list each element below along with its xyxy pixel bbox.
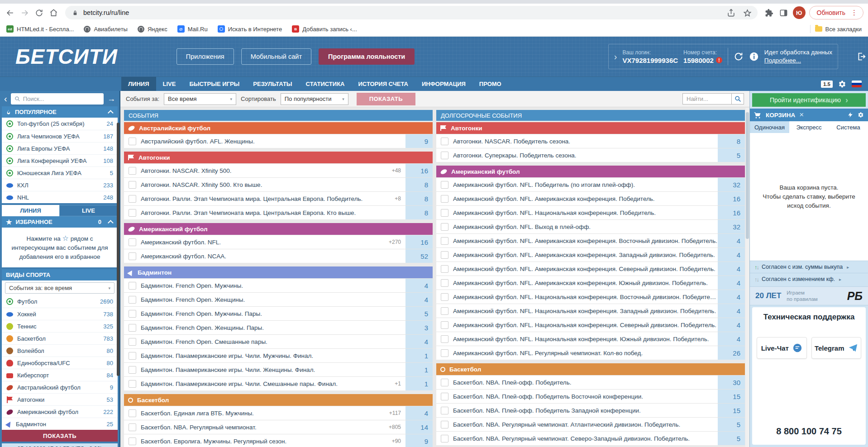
event-checkbox[interactable] xyxy=(129,324,136,332)
event-checkbox[interactable] xyxy=(129,423,136,431)
event-checkbox[interactable] xyxy=(441,251,448,259)
event-checkbox[interactable] xyxy=(129,138,136,145)
event-checkbox[interactable] xyxy=(129,437,136,445)
reload-icon[interactable] xyxy=(33,7,44,18)
sidebar-tab-live[interactable]: LIVE xyxy=(59,205,118,216)
address-bar[interactable]: betcity.ru/ru/line xyxy=(65,6,758,19)
sidebar-tab-линия[interactable]: ЛИНИЯ xyxy=(2,205,59,216)
event-checkbox[interactable] xyxy=(441,279,448,287)
search-input[interactable]: Поиск... xyxy=(11,93,104,105)
sport-item[interactable]: Австралийский футбол9 xyxy=(2,381,118,393)
event-row[interactable]: Бадминтон. Панамериканские игры. Чили. Ж… xyxy=(124,362,433,376)
logout-icon[interactable] xyxy=(856,52,866,62)
anniversary-banner[interactable]: 20 ЛЕТ Играемпо правилам РБ xyxy=(750,286,868,305)
event-checkbox[interactable] xyxy=(129,296,136,304)
loyalty-program-button[interactable]: Программа лояльности xyxy=(319,48,415,65)
sidebar-show-button[interactable]: ПОКАЗАТЬ xyxy=(2,430,118,442)
event-row[interactable]: Автогонки. NASCAR. Xfinity 500.+4816 xyxy=(124,163,433,177)
bookmark-item[interactable]: ВДобавить запись ‹... xyxy=(292,25,357,33)
sport-item[interactable]: Единоборства/UFC80 xyxy=(2,357,118,369)
nav-item-линия[interactable]: ЛИНИЯ xyxy=(121,77,156,91)
account-chevron-icon[interactable]: › xyxy=(614,52,617,62)
sort-select[interactable]: По популярности▾ xyxy=(281,93,348,105)
collapse-sidebar-icon[interactable]: ‹ xyxy=(3,94,8,104)
event-checkbox[interactable] xyxy=(441,321,448,329)
event-checkbox[interactable] xyxy=(441,223,448,231)
event-row[interactable]: Бадминтон. Панамериканские игры. Чили. С… xyxy=(124,376,433,390)
sport-item[interactable]: Бадминтон25 xyxy=(2,418,118,430)
telegram-button[interactable]: Telegram xyxy=(811,337,862,359)
event-row[interactable]: Баскетбол. NBA. Плей-офф. Победитель Зап… xyxy=(436,403,745,417)
event-checkbox[interactable] xyxy=(441,237,448,245)
event-row[interactable]: Автогонки. NASCAR. Победитель сезона.8 xyxy=(436,134,745,148)
agree-coef-row[interactable]: ↑↓ Согласен с изменением кф. ▸ xyxy=(750,273,868,285)
sport-item[interactable]: Киберспорт84 xyxy=(2,369,118,381)
basket-tab-система[interactable]: Система xyxy=(829,121,868,133)
event-checkbox[interactable] xyxy=(441,379,448,386)
event-row[interactable]: Баскетбол. NBA. Плей-офф. Победитель Вос… xyxy=(436,389,745,403)
event-row[interactable]: Американский футбол. NFL. Национальная к… xyxy=(436,205,745,219)
event-checkbox[interactable] xyxy=(129,181,136,189)
event-row[interactable]: Американский футбол. NFL. Национальная к… xyxy=(436,304,745,318)
find-input[interactable]: Найти... xyxy=(682,93,731,105)
event-row[interactable]: Баскетбол. NBA. Регулярный чемпионат. Се… xyxy=(436,431,745,445)
event-row[interactable]: Бадминтон. French Open. Мужчины.4 xyxy=(124,278,433,292)
nav-item-live[interactable]: LIVE xyxy=(156,77,183,91)
extensions-icon[interactable] xyxy=(764,7,775,18)
event-checkbox[interactable] xyxy=(441,195,448,203)
settings-gear-icon[interactable] xyxy=(838,80,846,88)
event-row[interactable]: Американский футбол. NFL. Выход в плей-о… xyxy=(436,219,745,233)
quick-bet-icon[interactable] xyxy=(847,112,854,118)
event-row[interactable]: Баскетбол. NBA. Регулярный чемпионат. Ат… xyxy=(436,417,745,431)
basket-settings-icon[interactable] xyxy=(858,112,864,118)
profile-avatar[interactable]: Ю xyxy=(793,6,806,19)
nav-item-промо[interactable]: ПРОМО xyxy=(472,77,508,91)
chevron-up-icon[interactable] xyxy=(108,220,114,226)
event-checkbox[interactable] xyxy=(441,181,448,189)
event-checkbox[interactable] xyxy=(441,209,448,217)
event-checkbox[interactable] xyxy=(129,282,136,290)
back-icon[interactable] xyxy=(5,7,15,18)
event-row[interactable]: Бадминтон. Панамериканские игры. Чили. М… xyxy=(124,348,433,362)
nav-item-статистика[interactable]: СТАТИСТИКА xyxy=(299,77,352,91)
sport-item[interactable]: Хоккей738 xyxy=(2,308,118,320)
side-panel-icon[interactable] xyxy=(778,7,789,18)
sport-item[interactable]: Автогонки53 xyxy=(2,393,118,405)
event-row[interactable]: Американский футбол. NFL.+27016 xyxy=(124,235,433,249)
chevron-up-icon[interactable] xyxy=(108,110,114,116)
bookmark-star-icon[interactable] xyxy=(742,7,753,18)
event-checkbox[interactable] xyxy=(441,349,448,357)
home-icon[interactable] xyxy=(48,7,59,18)
search-submit-icon[interactable]: → xyxy=(106,94,116,104)
sport-item[interactable]: Теннис325 xyxy=(2,320,118,332)
agree-buyout-row[interactable]: ↑↓ Согласен с изм. суммы выкупа ▸ xyxy=(750,261,868,273)
event-row[interactable]: Американский футбол. NFL. Американская к… xyxy=(436,276,745,290)
event-checkbox[interactable] xyxy=(441,435,448,442)
event-row[interactable]: Автогонки. Ралли. Этап Чемпионата мира. … xyxy=(124,205,433,219)
event-checkbox[interactable] xyxy=(129,380,136,388)
event-checkbox[interactable] xyxy=(129,338,136,346)
event-checkbox[interactable] xyxy=(129,195,136,203)
event-row[interactable]: Бадминтон. French Open. Смешанные пары.4 xyxy=(124,334,433,348)
event-row[interactable]: Австралийский футбол. AFL. Женщины.9 xyxy=(124,134,433,148)
event-row[interactable]: Американский футбол. NFL. Американская к… xyxy=(436,191,745,205)
forward-icon[interactable] xyxy=(19,7,30,18)
event-checkbox[interactable] xyxy=(129,209,136,217)
event-row[interactable]: Американский футбол. NFL. Американская к… xyxy=(436,233,745,247)
language-flag-ru[interactable] xyxy=(852,81,862,87)
event-checkbox[interactable] xyxy=(441,335,448,343)
event-checkbox[interactable] xyxy=(441,307,448,315)
popular-item[interactable]: Лига Европы УЕФА148 xyxy=(2,142,118,154)
sport-item[interactable]: Американский футбол222 xyxy=(2,405,118,418)
event-row[interactable]: Баскетбол. Единая лига ВТБ. Мужчины.+117… xyxy=(124,406,433,420)
event-row[interactable]: Автогонки. NASCAR. Xfinity 500. Кто выше… xyxy=(124,177,433,191)
browser-menu-icon[interactable]: ⋮ xyxy=(851,9,858,17)
apps-button[interactable]: Приложения xyxy=(176,48,234,65)
event-checkbox[interactable] xyxy=(129,409,136,417)
event-checkbox[interactable] xyxy=(441,152,448,159)
event-row[interactable]: Бадминтон. French Open. Мужчины. Пары.5 xyxy=(124,306,433,320)
bookmark-item[interactable]: edHTMLed.it - Беспла... xyxy=(6,25,74,33)
filter-show-button[interactable]: ПОКАЗАТЬ xyxy=(357,93,415,105)
events-period-select[interactable]: Все время▾ xyxy=(164,93,236,105)
nav-item-результаты[interactable]: РЕЗУЛЬТАТЫ xyxy=(246,77,299,91)
